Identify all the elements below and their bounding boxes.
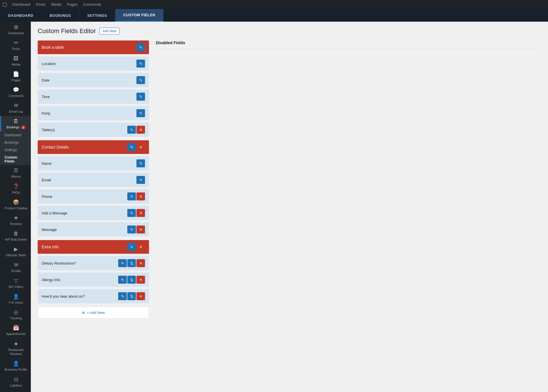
sidebar-label-fe-users: F-E Users <box>9 300 23 304</box>
add-new-bottom-button[interactable]: ⊕ + Add New <box>38 307 149 318</box>
sidebar-item-business-profile[interactable]: 👤 Business Profile <box>0 358 31 374</box>
add-new-button[interactable]: Add New <box>99 28 120 34</box>
top-nav-media[interactable]: Media <box>48 0 64 9</box>
section-actions-extra-info: ✎ ✕ <box>127 243 145 251</box>
submenu-item-bookings[interactable]: Bookings <box>0 139 31 146</box>
edit-field-time-button[interactable]: ✎ <box>136 93 145 101</box>
wp-logo: ⬡ <box>2 1 7 8</box>
sidebar-item-menus[interactable]: ☰ Menus <box>0 165 31 181</box>
top-nav-dashboard[interactable]: Dashboard <box>9 0 33 9</box>
main-layout: ⊞ Dashboard ✏ Posts 🖼 Media 📄 Pages 💬 Co… <box>0 22 548 392</box>
edit-field-how-did-you-hear-button[interactable]: ✎ <box>118 292 127 300</box>
field-row-email: Email ✎ <box>38 173 149 187</box>
edit-field-add-a-message-button[interactable]: ✎ <box>127 209 136 217</box>
field-label-dietary-restrictions: Dietary Restrictions? <box>42 261 76 265</box>
edit-field-email-button[interactable]: ✎ <box>136 176 145 184</box>
field-actions-message: ✎ ✕ <box>127 226 145 233</box>
delete-field-add-a-message-button[interactable]: ✕ <box>136 209 145 217</box>
sidebar-item-appointments[interactable]: 📅 Appointments <box>0 322 31 338</box>
sidebar-label-wp-bulk-delete: WP Bulk Delete <box>5 237 27 241</box>
edit-field-allergy-info-button[interactable]: ✎ <box>118 276 127 284</box>
field-row-allergy-info: Allergy Info ✎ ⇅ ✕ <box>38 273 149 287</box>
edit-field-phone-button[interactable]: ✎ <box>127 192 136 200</box>
edit-section-extra-info-button[interactable]: ✎ <box>127 243 136 251</box>
sidebar-label-product-catalog: Product Catalog <box>5 206 27 210</box>
sidebar-item-dashboard[interactable]: ⊞ Dashboard <box>0 22 31 37</box>
fields-layout: Book a table ✎ Location ✎ Date <box>38 40 541 318</box>
field-row-tables: Table(s) ✎ ✕ <box>38 123 149 137</box>
tab-custom-fields[interactable]: CUSTOM FIELDS <box>115 9 164 22</box>
section-label-extra-info: Extra Info <box>42 245 59 249</box>
edit-field-date-button[interactable]: ✎ <box>136 76 145 84</box>
edit-section-book-a-table-button[interactable]: ✎ <box>136 43 145 51</box>
sidebar-item-wp-bulk-delete[interactable]: 🗑 WP Bulk Delete <box>0 228 31 244</box>
sidebar-item-email-log[interactable]: ✉ Email Log <box>0 100 31 116</box>
sidebar-item-woocommerce[interactable]: 🛒 WooCommerce <box>0 390 31 392</box>
sidebar-item-fe-users[interactable]: 👤 F-E Users <box>0 291 31 307</box>
edit-field-location-button[interactable]: ✎ <box>136 60 145 68</box>
business-profile-icon: 👤 <box>13 360 19 367</box>
sidebar-item-tracking[interactable]: ◎ Tracking <box>0 307 31 322</box>
submenu-item-settings[interactable]: Settings <box>0 146 31 154</box>
dashboard-icon: ⊞ <box>14 24 18 30</box>
sidebar-item-reviews[interactable]: ★ Reviews <box>0 212 31 228</box>
submenu-item-dashboard[interactable]: Dashboard <box>0 131 31 139</box>
delete-field-allergy-info-button[interactable]: ✕ <box>136 276 145 284</box>
plugin-nav-bar: DASHBOARD BOOKINGS SETTINGS CUSTOM FIELD… <box>0 9 548 22</box>
move-field-allergy-info-button[interactable]: ⇅ <box>127 276 136 284</box>
edit-field-message-button[interactable]: ✎ <box>127 226 136 233</box>
sidebar-item-posts[interactable]: ✏ Posts <box>0 37 31 53</box>
field-label-time: Time <box>42 95 50 99</box>
delete-field-phone-button[interactable]: ✕ <box>136 192 145 200</box>
section-label-contact-details: Contact Details <box>42 145 69 149</box>
tab-dashboard[interactable]: DASHBOARD <box>0 9 42 22</box>
sidebar-label-posts: Posts <box>12 47 20 51</box>
sidebar-item-emails[interactable]: ✉ Emails <box>0 259 31 275</box>
top-nav-pages[interactable]: Pages <box>64 0 80 9</box>
sidebar-item-pages[interactable]: 📄 Pages <box>0 69 31 84</box>
sidebar-label-dashboard: Dashboard <box>8 31 24 35</box>
sidebar-item-wc-filters[interactable]: ▽ WC Filters <box>0 275 31 291</box>
field-row-phone: Phone ✎ ✕ <box>38 189 149 204</box>
delete-field-tables-button[interactable]: ✕ <box>136 126 145 134</box>
edit-field-party-button[interactable]: ✎ <box>136 109 145 117</box>
sidebar-item-bookings[interactable]: 🗓 Bookings 1 <box>0 116 31 132</box>
delete-section-contact-details-button[interactable]: ✕ <box>136 143 145 151</box>
top-nav-posts[interactable]: Posts <box>33 0 49 9</box>
field-label-tables: Table(s) <box>42 128 55 132</box>
sidebar-label-restaurant-reviews: Restaurant Reviews <box>2 348 30 356</box>
wc-filters-icon: ▽ <box>14 278 18 284</box>
delete-field-message-button[interactable]: ✕ <box>136 226 145 233</box>
delete-field-how-did-you-hear-button[interactable]: ✕ <box>136 292 145 300</box>
top-nav-items: Dashboard Posts Media Pages Comments <box>9 0 104 9</box>
field-label-date: Date <box>42 78 49 82</box>
tab-settings[interactable]: SETTINGS <box>79 9 115 22</box>
sidebar-label-bookings: Bookings 1 <box>7 125 25 129</box>
top-nav-comments[interactable]: Comments <box>80 0 104 9</box>
sidebar-label-lightbox: Lightbox <box>10 383 22 387</box>
sidebar-item-product-catalog[interactable]: 📦 Product Catalog <box>0 197 31 212</box>
sidebar-item-media[interactable]: 🖼 Media <box>0 53 31 69</box>
delete-section-extra-info-button[interactable]: ✕ <box>136 243 145 251</box>
sidebar-item-ultimate-slider[interactable]: ▶ Ultimate Slider <box>0 244 31 259</box>
sidebar-item-restaurant-reviews[interactable]: ★ Restaurant Reviews <box>0 338 31 358</box>
edit-field-dietary-restrictions-button[interactable]: ✎ <box>118 259 127 267</box>
delete-field-dietary-restrictions-button[interactable]: ✕ <box>136 259 145 267</box>
move-field-dietary-restrictions-button[interactable]: ⇅ <box>127 259 136 267</box>
sidebar-item-lightbox[interactable]: ⊡ Lightbox <box>0 374 31 390</box>
edit-section-contact-details-button[interactable]: ✎ <box>127 143 136 151</box>
sidebar-item-comments[interactable]: 💬 Comments <box>0 84 31 100</box>
admin-top-bar: ⬡ Dashboard Posts Media Pages Comments <box>0 0 548 9</box>
sidebar-label-pages: Pages <box>11 78 20 82</box>
submenu-item-custom-fields[interactable]: Custom Fields <box>0 154 31 165</box>
sidebar-item-faqs[interactable]: ❓ FAQs <box>0 181 31 197</box>
tab-bookings[interactable]: BOOKINGS <box>42 9 79 22</box>
field-actions-dietary-restrictions: ✎ ⇅ ✕ <box>118 259 145 267</box>
edit-field-tables-button[interactable]: ✎ <box>127 126 136 134</box>
field-actions-name: ✎ <box>136 159 145 167</box>
move-field-how-did-you-hear-button[interactable]: ⇅ <box>127 292 136 300</box>
faqs-icon: ❓ <box>13 183 19 190</box>
edit-field-name-button[interactable]: ✎ <box>136 159 145 167</box>
media-icon: 🖼 <box>13 56 19 62</box>
comments-icon: 💬 <box>13 87 19 93</box>
